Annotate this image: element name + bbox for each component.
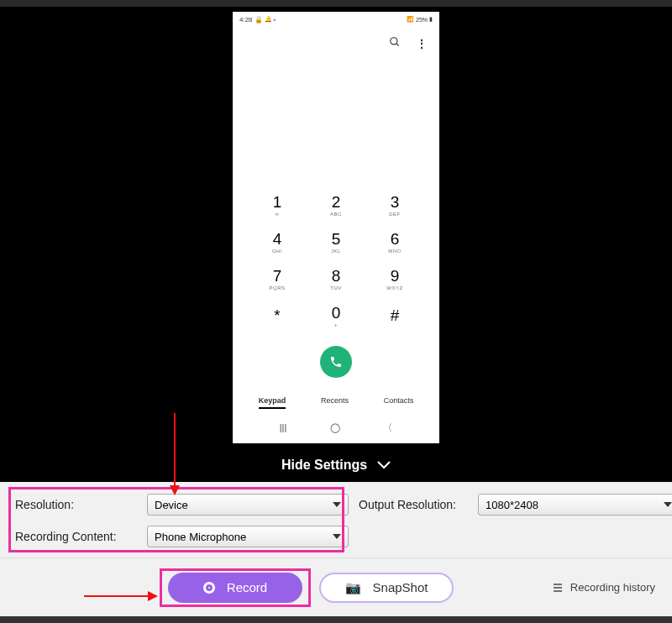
nav-home-icon[interactable]: ◯ xyxy=(330,422,340,433)
phone-tabs: Keypad Recents Contacts xyxy=(233,396,439,409)
key-letters: JKL xyxy=(331,249,341,254)
keypad-key-6[interactable]: 6MNO xyxy=(365,223,424,260)
key-digit: 2 xyxy=(332,194,341,210)
output-resolution-value: 1080*2408 xyxy=(486,499,538,511)
lock-icon: 🔒 xyxy=(255,16,263,24)
key-digit: # xyxy=(391,307,400,323)
output-resolution-dropdown[interactable]: 1080*2408 xyxy=(478,494,672,516)
status-dot: ▪ xyxy=(274,16,276,24)
keypad-key-3[interactable]: 3DEF xyxy=(365,186,424,223)
battery-icon: ▮ xyxy=(429,16,433,23)
key-letters: ABC xyxy=(330,212,342,217)
key-letters: PQRS xyxy=(269,285,285,291)
key-letters: WXYZ xyxy=(386,285,402,291)
recording-history-link[interactable]: Recording history xyxy=(552,581,655,594)
keypad-key-2[interactable]: 2ABC xyxy=(307,186,365,223)
output-resolution-label: Output Resolution: xyxy=(359,498,468,511)
nav-back-icon[interactable]: 〈 xyxy=(383,421,392,434)
record-icon xyxy=(203,582,215,594)
keypad-key-#[interactable]: # xyxy=(365,297,424,334)
hide-settings-toggle[interactable]: Hide Settings xyxy=(0,448,672,482)
key-digit: * xyxy=(274,307,280,323)
camera-icon: 📷 xyxy=(345,580,361,595)
svg-line-1 xyxy=(396,44,399,46)
more-icon[interactable]: ⋮ xyxy=(416,37,428,50)
key-digit: 3 xyxy=(391,194,400,210)
keypad-key-5[interactable]: 5JKL xyxy=(307,223,365,260)
key-digit: 9 xyxy=(391,268,400,284)
key-digit: 7 xyxy=(273,268,282,284)
tab-keypad[interactable]: Keypad xyxy=(259,396,286,409)
phone-screen: 4:28 🔒 🔔 ▪ 📶 25% ▮ ⋮ 1∞2ABC3DEF4GHI5JKL6… xyxy=(233,12,439,443)
key-letters: + xyxy=(334,322,338,327)
recording-content-dropdown[interactable]: Phone Microphone xyxy=(147,526,349,547)
history-label: Recording history xyxy=(570,581,655,594)
mirror-viewport: 4:28 🔒 🔔 ▪ 📶 25% ▮ ⋮ 1∞2ABC3DEF4GHI5JKL6… xyxy=(0,7,672,448)
status-battery: 25% xyxy=(416,17,428,23)
snapshot-button[interactable]: 📷 SnapShot xyxy=(319,573,454,603)
chevron-down-icon xyxy=(333,502,341,507)
keypad-key-*[interactable]: * xyxy=(248,297,307,334)
search-icon[interactable] xyxy=(389,36,401,51)
key-digit: 1 xyxy=(273,194,282,210)
bottom-toolbar: Record 📷 SnapShot Recording history xyxy=(0,558,672,616)
hide-settings-label: Hide Settings xyxy=(281,458,367,473)
key-digit: 4 xyxy=(273,231,282,247)
nav-recent-icon[interactable]: ||| xyxy=(280,422,287,432)
recording-content-label: Recording Content: xyxy=(15,530,137,543)
tab-contacts[interactable]: Contacts xyxy=(384,396,414,409)
keypad-key-0[interactable]: 0+ xyxy=(307,297,365,334)
record-label: Record xyxy=(227,580,267,594)
bell-icon: 🔔 xyxy=(265,16,272,23)
key-letters: GHI xyxy=(272,249,282,254)
key-letters: TUV xyxy=(330,285,342,291)
keypad-key-4[interactable]: 4GHI xyxy=(248,223,307,260)
key-letters: MNO xyxy=(388,249,402,254)
key-digit: 6 xyxy=(391,231,400,247)
wifi-icon: 📶 xyxy=(407,16,414,23)
key-digit: 8 xyxy=(332,268,341,284)
phone-header: ⋮ xyxy=(233,27,439,60)
key-digit: 0 xyxy=(332,305,341,321)
resolution-value: Device xyxy=(155,499,188,511)
dialer-keypad: 1∞2ABC3DEF4GHI5JKL6MNO7PQRS8TUV9WXYZ*0+# xyxy=(233,186,439,334)
chevron-down-icon xyxy=(664,502,672,507)
settings-panel: Resolution: Device Output Resolution: 10… xyxy=(0,482,672,558)
tab-recents[interactable]: Recents xyxy=(321,396,349,409)
svg-point-0 xyxy=(391,38,397,44)
chevron-down-icon xyxy=(333,534,341,539)
status-time: 4:28 xyxy=(239,16,253,24)
key-digit: 5 xyxy=(332,231,341,247)
status-bar: 4:28 🔒 🔔 ▪ 📶 25% ▮ xyxy=(233,12,439,27)
recording-content-value: Phone Microphone xyxy=(155,531,246,543)
resolution-dropdown[interactable]: Device xyxy=(147,494,349,516)
keypad-key-7[interactable]: 7PQRS xyxy=(248,260,307,297)
keypad-key-9[interactable]: 9WXYZ xyxy=(365,260,424,297)
chevron-down-icon xyxy=(377,461,391,469)
android-nav: ||| ◯ 〈 xyxy=(233,417,439,437)
call-button[interactable] xyxy=(320,346,352,378)
keypad-key-1[interactable]: 1∞ xyxy=(248,186,307,223)
key-letters: ∞ xyxy=(276,212,280,217)
list-icon xyxy=(552,582,564,594)
keypad-key-8[interactable]: 8TUV xyxy=(307,260,365,297)
snapshot-label: SnapShot xyxy=(373,580,428,594)
record-button[interactable]: Record xyxy=(168,573,302,603)
titlebar xyxy=(0,0,672,7)
key-letters: DEF xyxy=(389,212,401,217)
resolution-label: Resolution: xyxy=(15,498,137,511)
